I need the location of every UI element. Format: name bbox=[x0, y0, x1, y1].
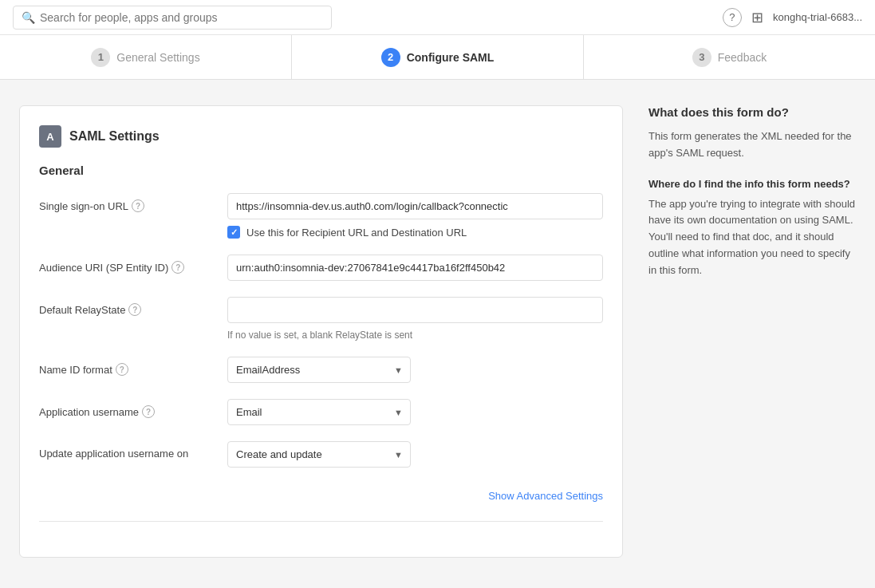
wizard-step-3[interactable]: 3 Feedback bbox=[584, 35, 875, 79]
grid-icon[interactable]: ⊞ bbox=[751, 9, 763, 26]
audience-uri-label: Audience URI (SP Entity ID) ? bbox=[39, 255, 215, 274]
relay-state-input[interactable] bbox=[227, 297, 603, 323]
app-username-help-icon[interactable]: ? bbox=[142, 405, 155, 418]
recipient-url-checkbox-row: Use this for Recipient URL and Destinati… bbox=[227, 226, 603, 239]
audience-uri-row: Audience URI (SP Entity ID) ? bbox=[39, 255, 603, 281]
search-bar[interactable]: 🔍 bbox=[13, 6, 332, 30]
top-bar-right: ? ⊞ konghq-trial-6683... bbox=[723, 8, 862, 27]
account-name[interactable]: konghq-trial-6683... bbox=[773, 11, 862, 23]
step-label-1: General Settings bbox=[116, 51, 199, 64]
name-id-format-help-icon[interactable]: ? bbox=[116, 363, 128, 376]
recipient-url-label: Use this for Recipient URL and Destinati… bbox=[246, 227, 467, 239]
sso-url-row: Single sign-on URL ? Use this for Recipi… bbox=[39, 193, 603, 239]
advanced-settings-link-row: Show Advanced Settings bbox=[39, 483, 603, 505]
sidebar-what-text: This form generates the XML needed for t… bbox=[648, 128, 856, 162]
card-title: SAML Settings bbox=[69, 129, 160, 144]
show-advanced-settings-link[interactable]: Show Advanced Settings bbox=[488, 490, 603, 502]
sidebar-panel: What does this form do? This form genera… bbox=[648, 105, 856, 558]
relay-state-label: Default RelayState ? bbox=[39, 297, 215, 316]
card-badge: A bbox=[39, 125, 61, 148]
name-id-format-row: Name ID format ? EmailAddress Unspecifie… bbox=[39, 357, 603, 383]
card-divider bbox=[39, 521, 603, 522]
step-badge-3: 3 bbox=[692, 48, 711, 67]
name-id-format-select[interactable]: EmailAddress Unspecified X509SubjectName… bbox=[227, 357, 411, 383]
step-badge-2: 2 bbox=[381, 48, 400, 67]
wizard-step-1[interactable]: 1 General Settings bbox=[0, 35, 292, 79]
main-card: A SAML Settings General Single sign-on U… bbox=[19, 105, 623, 558]
relay-state-hint: If no value is set, a blank RelayState i… bbox=[227, 330, 603, 341]
relay-state-row: Default RelayState ? If no value is set,… bbox=[39, 297, 603, 341]
audience-uri-input[interactable] bbox=[227, 255, 603, 281]
name-id-format-label: Name ID format ? bbox=[39, 357, 215, 376]
top-bar: 🔍 ? ⊞ konghq-trial-6683... bbox=[0, 0, 875, 35]
app-username-label: Application username ? bbox=[39, 399, 215, 418]
card-header: A SAML Settings bbox=[39, 125, 603, 148]
app-username-select[interactable]: Email Username Custom bbox=[227, 399, 411, 425]
sidebar-what-title: What does this form do? bbox=[648, 105, 856, 119]
relay-state-help-icon[interactable]: ? bbox=[128, 303, 141, 316]
page-content: A SAML Settings General Single sign-on U… bbox=[0, 80, 875, 583]
help-icon[interactable]: ? bbox=[723, 8, 742, 27]
sidebar-where-title: Where do I find the info this form needs… bbox=[648, 178, 856, 190]
step-label-2: Configure SAML bbox=[407, 51, 495, 64]
sso-url-label: Single sign-on URL ? bbox=[39, 193, 215, 212]
update-username-select[interactable]: Create and update Create only bbox=[227, 441, 411, 468]
app-username-select-wrap: Email Username Custom ▼ bbox=[227, 399, 411, 425]
wizard-steps: 1 General Settings 2 Configure SAML 3 Fe… bbox=[0, 35, 875, 80]
step-badge-1: 1 bbox=[91, 48, 110, 67]
update-username-select-wrap: Create and update Create only ▼ bbox=[227, 441, 411, 468]
section-title: General bbox=[39, 164, 603, 177]
update-username-row: Update application username on Create an… bbox=[39, 441, 603, 468]
update-username-controls: Create and update Create only ▼ bbox=[227, 441, 603, 468]
step-label-3: Feedback bbox=[718, 51, 767, 64]
update-username-label: Update application username on bbox=[39, 441, 215, 460]
sso-url-controls: Use this for Recipient URL and Destinati… bbox=[227, 193, 603, 239]
sso-url-input[interactable] bbox=[227, 193, 603, 219]
search-input[interactable] bbox=[40, 11, 323, 24]
wizard-step-2[interactable]: 2 Configure SAML bbox=[292, 35, 584, 79]
relay-state-controls: If no value is set, a blank RelayState i… bbox=[227, 297, 603, 341]
name-id-format-select-wrap: EmailAddress Unspecified X509SubjectName… bbox=[227, 357, 411, 383]
recipient-url-checkbox[interactable] bbox=[227, 226, 240, 239]
sidebar-where-text: The app you're trying to integrate with … bbox=[648, 196, 856, 279]
sso-url-help-icon[interactable]: ? bbox=[132, 199, 144, 212]
audience-uri-help-icon[interactable]: ? bbox=[171, 261, 184, 274]
audience-uri-controls bbox=[227, 255, 603, 281]
app-username-controls: Email Username Custom ▼ bbox=[227, 399, 603, 425]
app-username-row: Application username ? Email Username Cu… bbox=[39, 399, 603, 425]
name-id-format-controls: EmailAddress Unspecified X509SubjectName… bbox=[227, 357, 603, 383]
search-icon: 🔍 bbox=[22, 11, 35, 24]
